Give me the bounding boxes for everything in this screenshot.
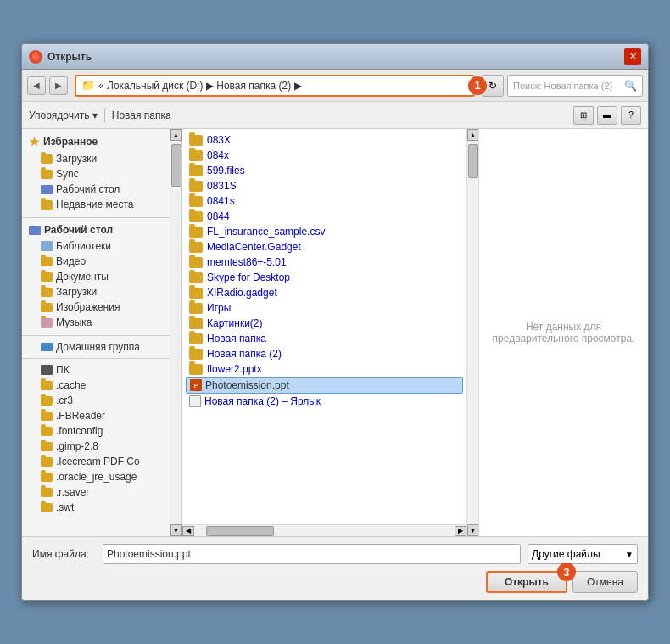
sidebar-item-desktop[interactable]: Рабочий стол <box>22 182 170 197</box>
filename-input[interactable] <box>103 544 521 564</box>
file-item-skype[interactable]: Skype for Desktop <box>186 270 463 285</box>
close-button[interactable]: ✕ <box>624 48 641 65</box>
file-item-084x[interactable]: 084x <box>186 148 463 163</box>
sidebar-item-label: .Icecream PDF Co <box>56 456 140 468</box>
sidebar-item-swt[interactable]: .swt <box>22 500 170 515</box>
navigation-bar: ◀ ▶ 📁 « Локальный диск (D:) ▶ Новая папк… <box>22 70 648 102</box>
file-item-fl[interactable]: FL_insurance_sample.csv <box>186 224 463 239</box>
sidebar-item-label: Рабочий стол <box>56 183 120 195</box>
sidebar-item-label: Изображения <box>56 301 120 313</box>
file-item-mediacenter[interactable]: MediaCenter.Gadget <box>186 239 463 255</box>
folder-icon <box>189 165 203 176</box>
file-name: MediaCenter.Gadget <box>207 241 301 253</box>
content-area: ★ Избранное Загрузки Sync Рабочий стол <box>22 129 648 536</box>
sidebar-item-libraries[interactable]: Библиотеки <box>22 238 170 254</box>
file-item-memtest[interactable]: memtest86+-5.01 <box>186 255 463 270</box>
sidebar-item-fontconfig[interactable]: .fontconfig <box>22 423 170 439</box>
sidebar-scrollbar[interactable]: ▲ ▼ <box>170 129 182 536</box>
sidebar-item-sync[interactable]: Sync <box>22 166 170 182</box>
file-item-photoemission[interactable]: P Photoemission.ppt <box>186 377 463 394</box>
file-item-flower[interactable]: flower2.pptx <box>186 361 463 377</box>
sidebar-item-rsaver[interactable]: .r.saver <box>22 484 170 500</box>
title-bar: Открыть ✕ <box>22 44 648 70</box>
scroll-left-arrow[interactable]: ◀ <box>182 526 194 536</box>
desktop-icon <box>29 226 41 235</box>
cancel-button[interactable]: Отмена <box>572 571 638 593</box>
sidebar-item-computer[interactable]: ПК <box>22 362 170 378</box>
folder-icon: 📁 <box>81 79 95 92</box>
desktop-header[interactable]: Рабочий стол <box>22 221 170 238</box>
sidebar-item-cache[interactable]: .cache <box>22 378 170 393</box>
sidebar-item-label: Sync <box>56 168 79 180</box>
horizontal-scroll-thumb[interactable] <box>206 526 274 536</box>
help-button[interactable]: ? <box>621 106 641 125</box>
sidebar-item-gimp[interactable]: .gimp-2.8 <box>22 439 170 454</box>
forward-button[interactable]: ▶ <box>49 76 68 95</box>
sidebar-item-music[interactable]: Музыка <box>22 315 170 330</box>
filelist-scrollbar[interactable]: ▲ ▼ <box>466 129 478 536</box>
open-button[interactable]: Открыть <box>486 571 567 593</box>
file-item-599files[interactable]: 599.files <box>186 163 463 178</box>
sidebar-item-label: Видео <box>56 255 86 267</box>
dialog-title: Открыть <box>47 51 624 63</box>
scroll-up[interactable]: ▲ <box>467 129 479 141</box>
filename-label: Имя файла: <box>32 548 96 560</box>
network-icon <box>41 343 53 351</box>
file-item-pictures[interactable]: Картинки(2) <box>186 316 463 331</box>
new-folder-button[interactable]: Новая папка <box>112 109 171 121</box>
folder-icon <box>189 227 203 238</box>
back-button[interactable]: ◀ <box>27 76 46 95</box>
scroll-thumb2[interactable] <box>468 144 478 178</box>
file-item-083x[interactable]: 083X <box>186 132 463 148</box>
scroll-right-arrow[interactable]: ▶ <box>455 526 466 536</box>
file-item-newfolder2[interactable]: Новая папка (2) <box>186 346 463 361</box>
scroll-down[interactable]: ▼ <box>467 524 479 536</box>
sidebar-item-cr3[interactable]: .cr3 <box>22 393 170 408</box>
file-item-xiradio[interactable]: XIRadio.gadget <box>186 285 463 300</box>
sort-button[interactable]: Упорядочить ▾ <box>29 109 98 121</box>
filetype-dropdown[interactable]: Другие файлы ▼ <box>528 544 638 564</box>
file-item-0844[interactable]: 0844 <box>186 209 463 224</box>
scroll-thumb[interactable] <box>171 144 181 187</box>
sidebar-item-label: Домашняя группа <box>56 341 140 353</box>
scroll-down-arrow[interactable]: ▼ <box>170 524 182 536</box>
sidebar-item-fbreader[interactable]: .FBReader <box>22 408 170 423</box>
sidebar-item-recent[interactable]: Недавние места <box>22 197 170 212</box>
folder-icon <box>41 303 53 312</box>
file-list: 083X 084x 599.files 0831S <box>182 129 466 524</box>
folder-icon <box>41 442 53 451</box>
sidebar-item-icecream[interactable]: .Icecream PDF Co <box>22 454 170 469</box>
toolbar: Упорядочить ▾ Новая папка ⊞ ▬ ? <box>22 102 648 129</box>
file-name: 083X <box>207 134 231 146</box>
sidebar-item-images[interactable]: Изображения <box>22 300 170 315</box>
view-button-list[interactable]: ▬ <box>597 106 617 125</box>
file-name: 599.files <box>207 165 245 176</box>
file-item-newfolder[interactable]: Новая папка <box>186 331 463 346</box>
sidebar-item-label: ПК <box>56 364 70 376</box>
sidebar-item-docs[interactable]: Документы <box>22 269 170 284</box>
file-item-0831s[interactable]: 0831S <box>186 178 463 193</box>
folder-icon <box>41 170 53 179</box>
sidebar-item-dl2[interactable]: Загрузки <box>22 284 170 300</box>
favorites-group: ★ Избранное Загрузки Sync Рабочий стол <box>22 132 170 212</box>
sidebar-item-video[interactable]: Видео <box>22 254 170 269</box>
folder-icon <box>189 181 203 192</box>
file-item-games[interactable]: Игры <box>186 300 463 316</box>
horizontal-scrollbar[interactable]: ◀ ▶ <box>182 524 466 536</box>
file-item-lnk[interactable]: Новая папка (2) – Ярлык <box>186 394 463 409</box>
address-bar[interactable]: 📁 « Локальный диск (D:) ▶ Новая папка (2… <box>75 75 475 97</box>
sidebar-item-label: Документы <box>56 271 109 283</box>
favorites-header[interactable]: ★ Избранное <box>22 132 170 151</box>
folder-icon <box>41 381 53 390</box>
sidebar-item-homegroup[interactable]: Домашняя группа <box>22 339 170 355</box>
sidebar-item-oracle[interactable]: .oracle_jre_usage <box>22 469 170 484</box>
scroll-up-arrow[interactable]: ▲ <box>170 129 182 141</box>
open-dialog: Открыть ✕ ◀ ▶ 📁 « Локальный диск (D:) ▶ … <box>21 43 649 601</box>
scroll-track2 <box>468 141 478 524</box>
folder-icon <box>189 288 203 299</box>
sidebar-item-downloads[interactable]: Загрузки <box>22 151 170 166</box>
search-bar[interactable]: Поиск: Новая папка (2) 🔍 <box>507 75 643 97</box>
file-item-0841s[interactable]: 0841s <box>186 193 463 209</box>
folder-icon <box>41 154 53 164</box>
view-button-grid[interactable]: ⊞ <box>573 106 594 125</box>
